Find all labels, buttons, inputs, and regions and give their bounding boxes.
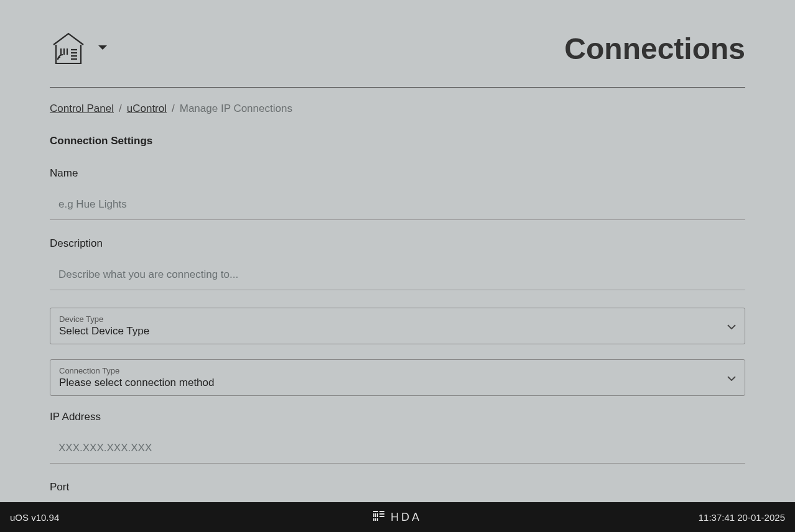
breadcrumb-current: Manage IP Connections	[180, 103, 292, 115]
app-logo[interactable]	[50, 30, 87, 67]
timestamp-text: 11:37:41 20-01-2025	[699, 512, 785, 523]
ip-address-input[interactable]	[50, 433, 745, 464]
svg-rect-8	[373, 513, 374, 517]
brand-text: HDA	[391, 511, 422, 524]
description-label: Description	[50, 237, 745, 250]
description-input[interactable]	[50, 260, 745, 290]
breadcrumb: Control Panel / uControl / Manage IP Con…	[50, 103, 745, 115]
ip-address-label: IP Address	[50, 411, 745, 423]
chevron-down-icon	[727, 372, 736, 383]
svg-rect-13	[377, 518, 378, 521]
section-title: Connection Settings	[50, 135, 745, 147]
svg-rect-14	[379, 511, 384, 512]
svg-rect-10	[377, 513, 378, 517]
breadcrumb-separator: /	[119, 103, 122, 115]
name-label: Name	[50, 167, 745, 180]
breadcrumb-separator: /	[172, 103, 175, 115]
svg-rect-11	[373, 518, 374, 521]
port-label: Port	[50, 481, 745, 493]
svg-rect-15	[379, 513, 384, 515]
status-bar: uOS v10.94 HDA 11:37:41 20-01-2025	[0, 502, 795, 532]
device-type-small-label: Device Type	[59, 314, 149, 324]
svg-rect-16	[379, 516, 384, 517]
svg-rect-12	[375, 518, 376, 521]
device-type-value: Select Device Type	[59, 325, 149, 337]
page-title: Connections	[564, 32, 745, 66]
connection-type-select[interactable]: Connection Type Please select connection…	[50, 359, 745, 396]
svg-rect-7	[373, 511, 378, 512]
name-input[interactable]	[50, 190, 745, 220]
version-text: uOS v10.94	[10, 512, 59, 523]
breadcrumb-link-control-panel[interactable]: Control Panel	[50, 103, 114, 115]
breadcrumb-link-ucontrol[interactable]: uControl	[127, 103, 167, 115]
connection-type-value: Please select connection method	[59, 377, 215, 389]
chevron-down-icon	[727, 321, 736, 332]
brand-logo: HDA	[373, 510, 422, 525]
header-divider	[50, 87, 745, 88]
device-type-select[interactable]: Device Type Select Device Type	[50, 308, 745, 344]
hda-icon	[373, 510, 386, 525]
svg-rect-9	[375, 513, 376, 517]
menu-chevron-icon[interactable]	[97, 43, 108, 54]
connection-type-small-label: Connection Type	[59, 366, 215, 375]
